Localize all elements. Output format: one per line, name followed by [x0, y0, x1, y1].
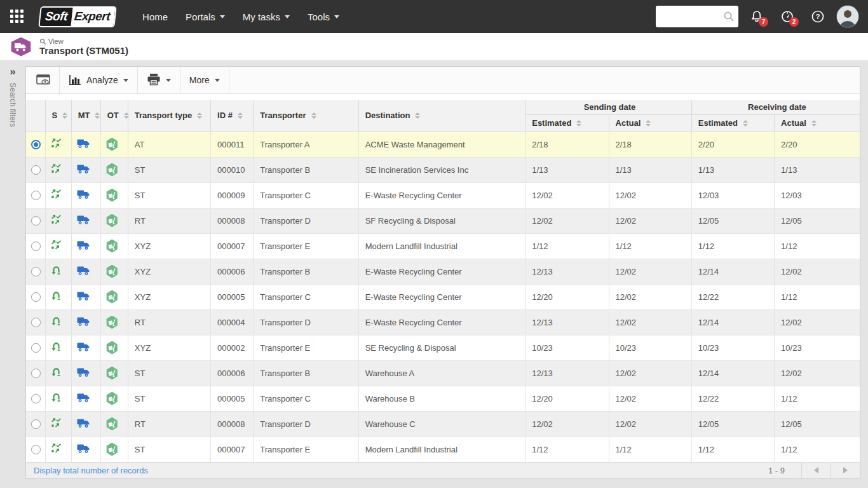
sort-icon[interactable]	[238, 112, 243, 119]
status-return-icon	[51, 341, 62, 352]
transporter-cell: Transporter C	[254, 386, 358, 411]
row-select-radio[interactable]	[31, 394, 41, 403]
more-button[interactable]: More	[180, 67, 229, 93]
destination-cell: Warehouse C	[358, 411, 526, 437]
destination-cell: Modern Landfill Industrial	[358, 437, 526, 462]
id-cell: 000010	[211, 157, 254, 182]
receiving-estimated-cell: 10/23	[691, 335, 774, 360]
sort-icon[interactable]	[646, 120, 651, 126]
column-header-id[interactable]: ID #	[211, 100, 254, 132]
row-select-radio[interactable]	[31, 419, 41, 429]
row-select-radio[interactable]	[31, 369, 41, 378]
column-header-receiving-actual[interactable]: Actual	[775, 114, 860, 132]
receiving-actual-cell: 12/02	[775, 259, 860, 284]
column-header-transporter[interactable]: Transporter	[254, 100, 358, 132]
analyze-button[interactable]: Analyze	[60, 67, 137, 93]
sending-estimated-cell: 1/12	[526, 233, 609, 259]
row-select-radio[interactable]	[31, 216, 41, 226]
row-select-radio[interactable]	[31, 292, 41, 302]
receiving-estimated-cell: 12/22	[691, 386, 774, 411]
column-header-receiving-estimated[interactable]: Estimated	[691, 114, 774, 132]
sort-icon[interactable]	[95, 112, 100, 119]
column-header-sending-estimated[interactable]: Estimated	[526, 114, 609, 132]
row-select-radio[interactable]	[31, 318, 41, 327]
table-row: ST 000009 Transporter C E-Waste Recyclin…	[26, 182, 860, 208]
row-select-radio[interactable]	[31, 267, 41, 276]
receiving-estimated-cell: 12/05	[691, 411, 774, 437]
column-header-destination[interactable]: Destination	[358, 100, 526, 132]
status-transfer-icon	[51, 163, 62, 174]
transport-object-icon	[106, 163, 118, 177]
transporter-cell: Transporter E	[254, 233, 358, 259]
app-launcher-icon[interactable]	[9, 8, 25, 25]
receiving-estimated-cell: 1/13	[691, 157, 774, 182]
id-cell: 000007	[211, 233, 254, 259]
row-select-radio[interactable]	[31, 165, 41, 175]
next-page-button[interactable]	[831, 463, 860, 478]
print-button[interactable]	[138, 67, 180, 93]
material-transport-truck-icon	[77, 342, 90, 352]
search-input[interactable]	[660, 12, 723, 22]
id-cell: 000008	[211, 208, 254, 233]
pending-tasks-button[interactable]: 2	[775, 4, 799, 29]
sending-actual-cell: 12/02	[609, 208, 691, 233]
receiving-actual-cell: 1/12	[775, 386, 860, 411]
id-cell: 000011	[211, 132, 254, 157]
column-header-ot[interactable]: OT	[100, 100, 128, 132]
nav-home[interactable]: Home	[133, 5, 177, 29]
receiving-actual-cell: 1/13	[775, 157, 860, 182]
sort-icon[interactable]	[62, 112, 67, 119]
transport-type-cell: RT	[128, 411, 210, 437]
id-cell: 000004	[211, 309, 254, 335]
sort-icon[interactable]	[811, 120, 817, 126]
top-navigation-bar: Soft Expert Home Portals My tasks Tools …	[0, 0, 868, 33]
row-select-radio[interactable]	[31, 241, 41, 251]
transport-type-cell: ST	[128, 182, 210, 208]
id-cell: 000007	[211, 437, 254, 462]
nav-my-tasks[interactable]: My tasks	[234, 5, 299, 29]
global-search-box[interactable]	[656, 6, 738, 27]
nav-tools[interactable]: Tools	[299, 5, 348, 29]
transport-type-cell: XYZ	[128, 284, 210, 309]
row-select-radio[interactable]	[31, 140, 41, 149]
column-header-transport-type[interactable]: Transport type	[128, 100, 210, 132]
group-header-sending-date: Sending date	[526, 100, 692, 114]
column-header-mt[interactable]: MT	[71, 100, 100, 132]
sending-estimated-cell: 12/02	[526, 208, 609, 233]
nav-portals[interactable]: Portals	[177, 5, 234, 29]
receiving-estimated-cell: 1/12	[691, 233, 774, 259]
view-data-button[interactable]	[27, 67, 59, 93]
sending-actual-cell: 12/02	[609, 284, 691, 309]
window-eye-icon	[36, 74, 50, 86]
sending-actual-cell: 10/23	[609, 335, 691, 360]
user-avatar[interactable]	[836, 5, 859, 28]
previous-page-button[interactable]	[801, 463, 831, 478]
transport-object-icon	[106, 367, 118, 380]
transporter-cell: Transporter B	[254, 157, 358, 182]
sort-icon[interactable]	[197, 112, 202, 119]
status-return-icon	[51, 316, 62, 327]
row-select-radio[interactable]	[31, 343, 41, 353]
softexpert-logo[interactable]: Soft Expert	[38, 6, 117, 27]
transport-type-cell: XYZ	[128, 233, 210, 259]
sort-icon[interactable]	[415, 112, 420, 119]
receiving-actual-cell: 12/03	[775, 182, 860, 208]
notifications-button[interactable]: 7	[745, 4, 769, 29]
material-transport-truck-icon	[77, 240, 90, 250]
column-header-s[interactable]: S	[45, 100, 71, 132]
sort-icon[interactable]	[743, 120, 748, 126]
material-transport-truck-icon	[77, 189, 90, 200]
material-transport-truck-icon	[77, 316, 90, 327]
destination-cell: E-Waste Recycling Center	[358, 259, 526, 284]
row-select-radio[interactable]	[31, 191, 41, 200]
row-select-radio[interactable]	[31, 445, 41, 454]
column-header-sending-actual[interactable]: Actual	[609, 114, 691, 132]
help-button[interactable]: ?	[806, 4, 830, 29]
display-total-records-link[interactable]: Display total number of records	[34, 466, 148, 475]
sort-icon[interactable]	[124, 112, 129, 119]
select-column-header	[26, 100, 45, 132]
sort-icon[interactable]	[311, 112, 316, 119]
sort-icon[interactable]	[576, 120, 581, 126]
expand-filters-icon[interactable]: »	[10, 66, 15, 78]
transport-type-cell: RT	[128, 208, 210, 233]
